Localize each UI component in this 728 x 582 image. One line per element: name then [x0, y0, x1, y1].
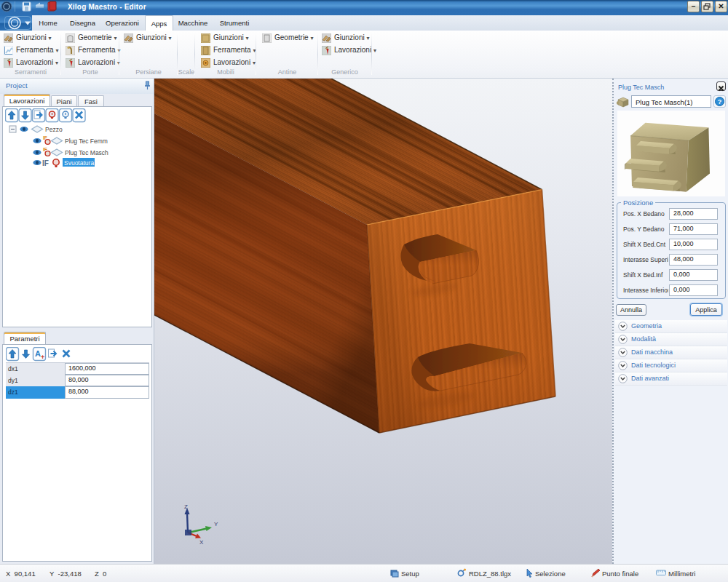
svg-text:Plug Tec Femm: Plug Tec Femm [65, 137, 108, 145]
svg-text:?: ? [718, 98, 722, 105]
svg-text:Svuotatura: Svuotatura [64, 159, 94, 167]
svg-text:IF: IF [42, 159, 49, 167]
svg-text:Pezzo: Pezzo [45, 126, 63, 133]
svg-text:Z: Z [184, 503, 188, 510]
svg-text:A: A [35, 349, 41, 358]
svg-text:+: + [41, 354, 44, 361]
svg-text:Y: Y [214, 521, 218, 527]
svg-text:Plug Tec Masch: Plug Tec Masch [65, 149, 108, 156]
svg-text:X: X [199, 539, 204, 546]
